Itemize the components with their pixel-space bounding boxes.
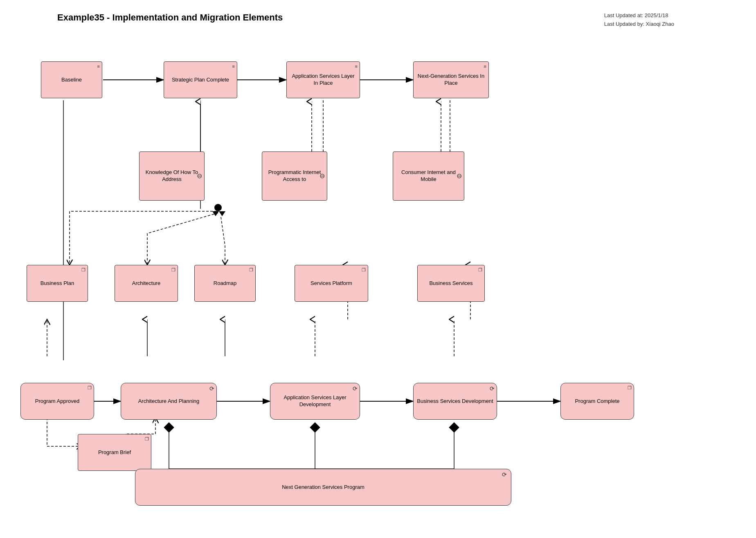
architecture-box-icon: ❐ (171, 267, 176, 273)
app-services-icon: ≡ (355, 63, 358, 69)
next-gen-icon: ≡ (484, 63, 486, 69)
node-roadmap: Roadmap ❐ (194, 265, 256, 302)
node-app-services-layer: Application Services Layer In Place ≡ (286, 61, 360, 98)
node-next-gen-program: Next Generation Services Program ⟳ (135, 469, 511, 506)
updated-by: Last Updated by: Xiaoqi Zhao (604, 20, 674, 29)
fork-triangle-left (212, 211, 219, 216)
node-knowledge: Knowledge Of How To Address ⊖ (139, 151, 205, 201)
consumer-icon: ⊖ (457, 172, 462, 181)
fork-triangle-right (219, 211, 225, 216)
biz-services-dev-icon: ⟳ (490, 385, 495, 392)
node-biz-services-dev: Business Services Development ⟳ (413, 383, 497, 420)
app-services-dev-icon: ⟳ (353, 385, 358, 392)
merge-circle (214, 204, 222, 211)
node-services-platform: Services Platform ❐ (295, 265, 368, 302)
updated-at: Last Updated at: 2025/1/18 (604, 11, 674, 20)
strategic-plan-icon: ≡ (232, 63, 235, 69)
page-title: Example35 - Implementation and Migration… (57, 12, 283, 23)
node-architecture-box: Architecture ❐ (115, 265, 178, 302)
node-program-approved: Program Approved ❐ (20, 383, 94, 420)
node-programmatic: Programmatic Internet Access to ⊖ (262, 151, 327, 201)
node-program-brief: Program Brief ❐ (78, 434, 151, 471)
knowledge-icon: ⊖ (197, 172, 202, 181)
node-next-gen-services: Next-Generation Services In Place ≡ (413, 61, 489, 98)
program-complete-icon: ❐ (628, 385, 632, 391)
node-arch-planning: Architecture And Planning ⟳ (121, 383, 217, 420)
diamond-arch (164, 422, 174, 432)
business-services-box-icon: ❐ (478, 267, 482, 273)
node-business-plan: Business Plan ❐ (27, 265, 88, 302)
node-program-complete: Program Complete ❐ (560, 383, 634, 420)
node-app-services-dev: Application Services Layer Development ⟳ (270, 383, 360, 420)
arch-planning-icon: ⟳ (209, 385, 214, 392)
next-gen-program-icon: ⟳ (502, 471, 507, 478)
business-plan-icon: ❐ (81, 267, 86, 273)
meta-info: Last Updated at: 2025/1/18 Last Updated … (604, 11, 674, 29)
diamond-biz (449, 422, 459, 432)
program-brief-icon: ❐ (145, 436, 149, 442)
services-platform-icon: ❐ (362, 267, 366, 273)
node-baseline: Baseline ≡ (41, 61, 102, 98)
node-business-services-box: Business Services ❐ (417, 265, 485, 302)
diamond-app (310, 422, 320, 432)
node-consumer-internet: Consumer Internet and Mobile ⊖ (393, 151, 464, 201)
roadmap-icon: ❐ (249, 267, 253, 273)
node-strategic-plan: Strategic Plan Complete ≡ (164, 61, 237, 98)
program-approved-icon: ❐ (88, 385, 92, 391)
baseline-icon: ≡ (97, 63, 100, 69)
programmatic-icon: ⊖ (320, 172, 325, 181)
